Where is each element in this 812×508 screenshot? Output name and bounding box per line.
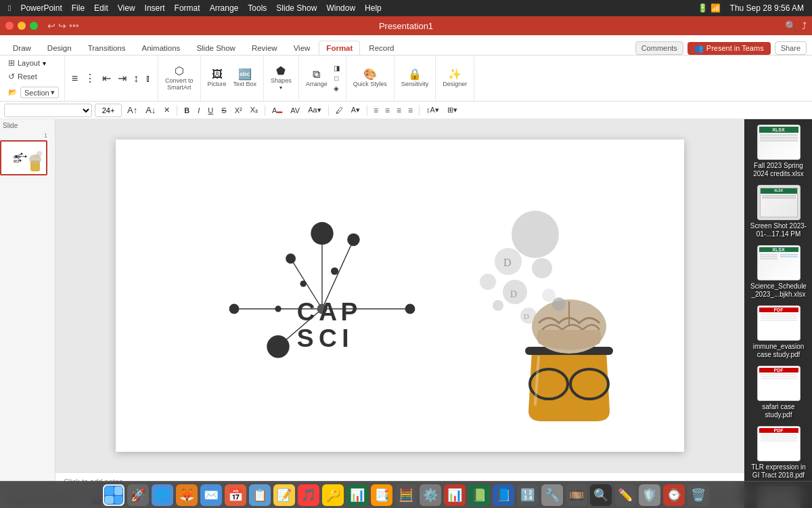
dock-zoom[interactable]: 🔍 [590, 484, 612, 506]
tab-design[interactable]: Design [40, 41, 79, 55]
more-options-icon[interactable]: ••• [69, 20, 79, 31]
text-direction-button[interactable]: ↕A▾ [424, 105, 442, 115]
dock-chrome[interactable]: 🌐 [152, 484, 173, 506]
align-center-button[interactable]: ≡ [383, 105, 392, 116]
dock-notes[interactable]: 📋 [249, 484, 271, 506]
underline-button[interactable]: U [205, 106, 216, 115]
dock-word[interactable]: 📘 [493, 484, 514, 506]
menu-window[interactable]: Window [326, 3, 355, 13]
tab-animations[interactable]: Animations [134, 41, 187, 55]
line-spacing-button[interactable]: ↕ [131, 72, 141, 85]
sensitivity-button[interactable]: 🔒 Sensitivity [399, 68, 432, 89]
case-button[interactable]: Aa▾ [305, 105, 323, 115]
layout-chevron[interactable]: ▾ [43, 60, 46, 67]
numbering-button[interactable]: ⋮ [82, 72, 98, 85]
textbox-button[interactable]: 🔤 Text Box [231, 68, 260, 89]
outline-button[interactable]: □ [332, 74, 342, 83]
shapes-button[interactable]: ⬟ Shapes ▾ [268, 64, 294, 92]
dock-launchpad[interactable]: 🚀 [127, 484, 149, 506]
menu-view[interactable]: View [118, 3, 135, 13]
indent-left-button[interactable]: ⇤ [99, 72, 114, 85]
dock-pen[interactable]: ✏️ [614, 484, 636, 506]
canvas-area[interactable]: CAP SCI [55, 119, 744, 490]
apple-icon[interactable]:  [8, 3, 11, 13]
superscript-button[interactable]: X² [232, 106, 245, 115]
dock-mail[interactable]: ✉️ [200, 484, 222, 506]
dock-music[interactable]: 🎵 [298, 484, 319, 506]
menu-slideshow[interactable]: Slide Show [276, 3, 317, 13]
bold-button[interactable]: B [181, 106, 192, 115]
arrange-button[interactable]: ⧉ Arrange [303, 68, 330, 89]
tab-draw[interactable]: Draw [5, 41, 39, 55]
desktop-file-5[interactable]: PDF safari case study.pdf [749, 366, 809, 419]
slide-thumbnail-1[interactable]: 1 [0, 132, 47, 175]
reset-label[interactable]: Reset [18, 72, 37, 81]
tab-review[interactable]: Review [244, 41, 285, 55]
desktop-file-6[interactable]: PDF TLR expression in GI Tract 2018.pdf [749, 426, 809, 480]
dock-keychain[interactable]: 🔑 [322, 484, 344, 506]
maximize-button[interactable] [30, 22, 38, 30]
menu-format[interactable]: Format [175, 3, 200, 13]
dock-calculator2[interactable]: 🔢 [517, 484, 539, 506]
dock-pages[interactable]: 📑 [371, 484, 392, 506]
comments-button[interactable]: Comments [635, 41, 683, 55]
dock-system-prefs[interactable]: ⚙️ [420, 484, 441, 506]
tab-transitions[interactable]: Transitions [81, 41, 133, 55]
font-color-button[interactable]: A▬ [269, 106, 285, 115]
effects-button[interactable]: ◈ [332, 84, 342, 93]
tab-slideshow[interactable]: Slide Show [189, 41, 243, 55]
align-right-button[interactable]: ≡ [394, 105, 403, 116]
bullets-button[interactable]: ≡ [69, 72, 81, 85]
dock-calculator[interactable]: 🧮 [395, 484, 417, 506]
tab-view[interactable]: View [286, 41, 318, 55]
menu-file[interactable]: File [72, 3, 85, 13]
menu-insert[interactable]: Insert [145, 3, 165, 13]
present-in-teams-button[interactable]: 👥 Present in Teams [687, 42, 771, 55]
highlight-button[interactable]: 🖊 [333, 106, 346, 115]
dock-excel[interactable]: 📗 [468, 484, 490, 506]
dock-stickies[interactable]: 📝 [273, 484, 295, 506]
strikethrough-button[interactable]: S [219, 106, 229, 115]
clear-format-button[interactable]: ✕ [161, 105, 173, 115]
align-left-button[interactable]: ≡ [371, 105, 380, 116]
dock-capture[interactable]: 🎞️ [566, 484, 587, 506]
dock-trash[interactable]: 🗑️ [687, 484, 709, 506]
close-button[interactable] [5, 22, 14, 30]
menu-arrange[interactable]: Arrange [210, 3, 239, 13]
desktop-file-2[interactable]: XLSX Screen Shot 2023-01-...17.14 PM [749, 185, 809, 238]
section-button[interactable]: Section ▾ [20, 87, 59, 98]
slide-thumb-1[interactable]: CAP SCI [0, 140, 47, 175]
desktop-file-1[interactable]: XLSX Fall 2023 Spring 2024 credits.xlsx [749, 125, 809, 178]
tab-format[interactable]: Format [319, 41, 360, 55]
menu-tools[interactable]: Tools [248, 3, 267, 13]
designer-button[interactable]: ✨ Designer [440, 68, 470, 89]
tab-record[interactable]: Record [361, 41, 401, 55]
picture-button[interactable]: 🖼 Picture [205, 68, 229, 89]
redo-icon[interactable]: ↪ [58, 20, 66, 31]
share-top-icon[interactable]: ⤴ [802, 20, 807, 31]
dock-firefox[interactable]: 🦊 [176, 484, 198, 506]
layout-label[interactable]: Layout [18, 59, 40, 67]
slide-canvas[interactable]: CAP SCI [116, 140, 684, 452]
decrease-font-button[interactable]: A↓ [143, 104, 158, 116]
menu-help[interactable]: Help [365, 3, 382, 13]
share-button[interactable]: Share [775, 41, 807, 55]
quick-styles-button[interactable]: 🎨 Quick Styles [351, 68, 390, 89]
dock-finder[interactable] [103, 484, 125, 506]
dock-security[interactable]: 🛡️ [639, 484, 660, 506]
minimize-button[interactable] [18, 22, 26, 30]
desktop-file-3[interactable]: XLSX [749, 245, 809, 299]
search-top-icon[interactable]: 🔍 [785, 20, 796, 31]
font-size-input[interactable] [95, 104, 122, 117]
menu-edit[interactable]: Edit [94, 3, 108, 13]
font-family-select[interactable] [4, 104, 92, 117]
fill-button[interactable]: ◨ [332, 64, 342, 72]
undo-icon[interactable]: ↩ [47, 20, 55, 31]
increase-font-button[interactable]: A↑ [125, 104, 140, 116]
convert-smartart-button[interactable]: ⬡ Convert toSmartArt [162, 64, 196, 92]
dock-powerpoint[interactable]: 📊 [444, 484, 466, 506]
dock-calendar[interactable]: 📅 [225, 484, 246, 506]
columns-button[interactable]: ⫾ [143, 72, 154, 85]
dock-numbers[interactable]: 📊 [346, 484, 368, 506]
dock-clock[interactable]: ⌚ [663, 484, 685, 506]
